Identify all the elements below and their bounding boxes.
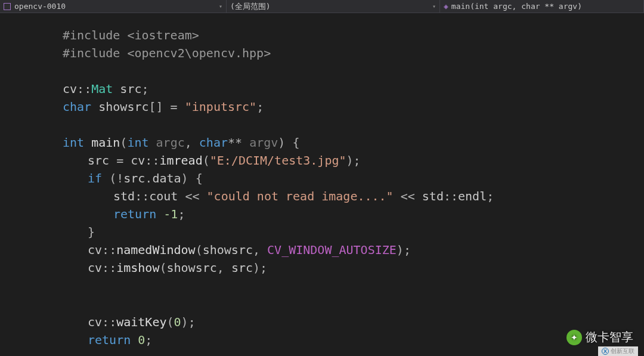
editor-gutter bbox=[0, 13, 24, 356]
code-line: int main(int argc, char** argv) { bbox=[63, 134, 644, 151]
code-line: src = cv::imread("E:/DCIM/test3.jpg"); bbox=[63, 151, 644, 169]
function-selector[interactable]: ◈ main(int argc, char ** argv) bbox=[440, 0, 644, 13]
watermark-text: 微卡智享 bbox=[586, 329, 633, 345]
project-name: opencv-0010 bbox=[14, 2, 66, 11]
dropdown-icon: ▾ bbox=[219, 3, 222, 10]
code-line: } bbox=[63, 223, 644, 241]
scope-selector[interactable]: (全局范围) ▾ bbox=[227, 0, 440, 13]
code-line: return -1; bbox=[63, 205, 644, 223]
navigation-breadcrumb: opencv-0010 ▾ (全局范围) ▾ ◈ main(int argc, … bbox=[0, 0, 644, 13]
code-line: char showsrc[] = "inputsrc"; bbox=[63, 98, 644, 116]
code-line: cv::namedWindow(showsrc, CV_WINDOW_AUTOS… bbox=[63, 241, 644, 259]
code-editor[interactable]: #include <iostream> #include <opencv2\op… bbox=[0, 13, 644, 356]
dropdown-icon: ▾ bbox=[432, 3, 436, 10]
project-selector[interactable]: opencv-0010 ▾ bbox=[0, 0, 227, 13]
code-content[interactable]: #include <iostream> #include <opencv2\op… bbox=[24, 13, 644, 356]
code-line: cv::waitKey(0); bbox=[63, 313, 644, 331]
code-line: cv::Mat src; bbox=[63, 80, 644, 98]
code-line: if (!src.data) { bbox=[63, 169, 644, 187]
watermark-footer-text: 创新互联 bbox=[611, 347, 634, 355]
project-icon bbox=[4, 3, 11, 10]
function-signature: main(int argc, char ** argv) bbox=[451, 2, 582, 11]
code-line: #include <opencv2\opencv.hpp> bbox=[63, 44, 644, 62]
scope-label: (全局范围) bbox=[230, 1, 271, 12]
watermark-brand: ✦ 微卡智享 bbox=[566, 329, 633, 345]
wechat-icon: ✦ bbox=[566, 330, 582, 345]
code-line: #include <iostream> bbox=[63, 26, 644, 44]
code-line: cv::imshow(showsrc, src); bbox=[63, 259, 644, 277]
watermark-footer: X 创新互联 bbox=[598, 346, 638, 356]
logo-icon: X bbox=[602, 348, 609, 355]
code-line: return 0; bbox=[63, 331, 644, 349]
function-icon: ◈ bbox=[444, 2, 448, 11]
code-line: std::cout << "could not read image...." … bbox=[63, 187, 644, 205]
